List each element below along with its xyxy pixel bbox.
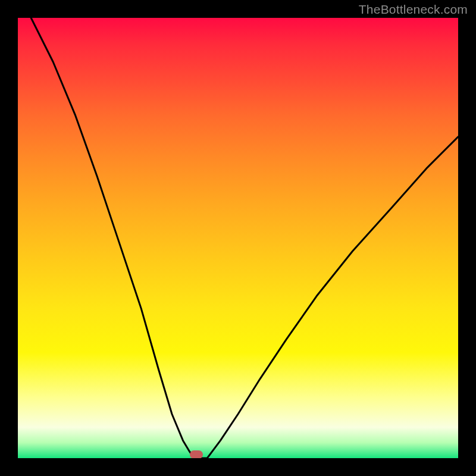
bottleneck-curve bbox=[18, 18, 458, 458]
curve-line bbox=[31, 18, 458, 458]
optimum-marker-icon bbox=[190, 450, 203, 458]
plot-area bbox=[18, 18, 458, 458]
watermark-text: TheBottleneck.com bbox=[359, 2, 468, 17]
chart-frame: TheBottleneck.com bbox=[0, 0, 476, 476]
